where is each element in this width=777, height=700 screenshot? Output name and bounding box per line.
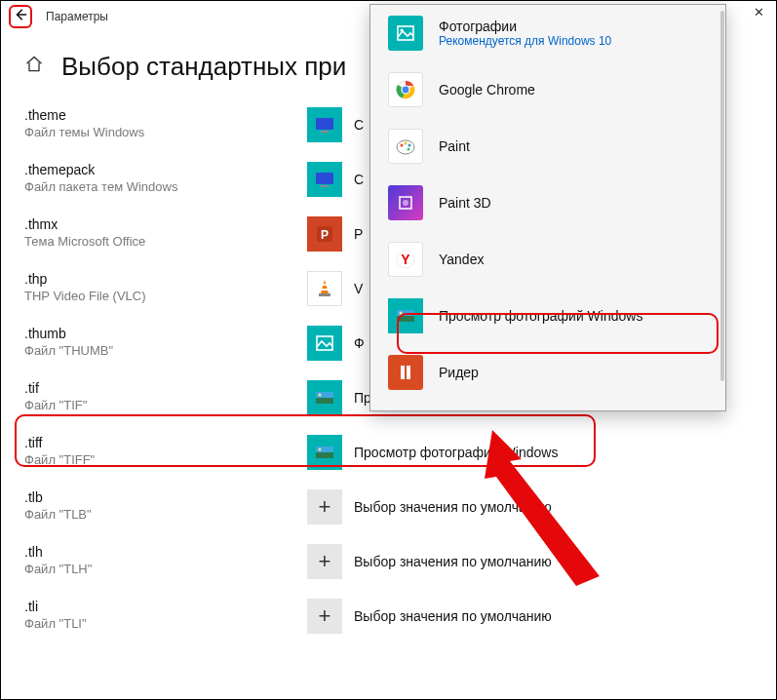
photoviewer-icon (307, 380, 342, 415)
plus-icon: + (307, 489, 342, 525)
assoc-app-button[interactable]: +Выбор значения по умолчанию (307, 544, 552, 579)
assoc-ext: .tlb (24, 489, 293, 505)
app-picker-name: Фотографии (439, 19, 611, 34)
svg-rect-0 (316, 118, 333, 130)
assoc-meta: .thmxТема Microsoft Office (24, 216, 293, 249)
assoc-app-label: Выбор значения по умолчанию (354, 554, 552, 569)
assoc-desc: Файл "TLB" (24, 507, 293, 522)
assoc-app-label: Выбор значения по умолчанию (354, 499, 552, 515)
assoc-app-label: Ф (354, 335, 365, 351)
assoc-app-button[interactable]: Просмотр фотографий Windows (307, 435, 558, 470)
app-picker-item[interactable]: Paint (370, 118, 725, 175)
app-picker-name: Yandex (439, 252, 484, 267)
assoc-meta: .themepackФайл пакета тем Windows (24, 162, 293, 194)
assoc-app-button[interactable]: С (307, 162, 364, 197)
app-picker-text: Yandex (439, 252, 484, 267)
assoc-ext: .tlh (24, 544, 293, 560)
monitor-icon (307, 107, 342, 142)
scrollbar[interactable] (720, 11, 724, 381)
app-picker-item[interactable]: Google Chrome (370, 61, 725, 118)
assoc-row: .tlhФайл "TLH"+Выбор значения по умолчан… (24, 534, 776, 589)
assoc-ext: .thmx (24, 216, 293, 232)
assoc-desc: Файл "TLH" (24, 562, 293, 576)
app-picker-item[interactable]: Просмотр фотографий Windows (370, 288, 725, 344)
app-picker-name: Ридер (439, 365, 479, 380)
assoc-app-button[interactable]: +Выбор значения по умолчанию (307, 489, 552, 525)
assoc-desc: Тема Microsoft Office (24, 234, 293, 249)
assoc-meta: .tifФайл "TIF" (24, 380, 293, 412)
assoc-meta: .tliФайл "TLI" (24, 599, 293, 631)
assoc-desc: Файл "THUMB" (24, 343, 293, 358)
svg-rect-3 (316, 173, 333, 184)
assoc-ext: .thp (24, 271, 293, 287)
reader-icon (388, 355, 423, 390)
app-picker-text: Ридер (439, 365, 479, 380)
app-picker-name: Paint 3D (439, 195, 491, 211)
page-title: Выбор стандартных при (61, 52, 346, 82)
svg-point-20 (401, 29, 404, 32)
svg-text:P: P (321, 228, 329, 242)
photo-blank-icon (307, 326, 342, 361)
svg-rect-37 (407, 366, 410, 379)
assoc-meta: .themeФайл темы Windows (24, 107, 293, 139)
assoc-app-label: Просмотр фотографий Windows (354, 445, 558, 460)
svg-rect-11 (319, 293, 330, 296)
assoc-desc: Файл "TIF" (24, 398, 293, 412)
svg-rect-14 (316, 398, 333, 404)
assoc-desc: Файл "TIFF" (24, 452, 293, 467)
svg-rect-2 (321, 131, 329, 133)
svg-point-35 (400, 312, 403, 315)
assoc-row: .tiffФайл "TIFF"Просмотр фотографий Wind… (24, 425, 776, 480)
assoc-app-label: С (354, 117, 364, 133)
assoc-desc: Файл пакета тем Windows (24, 179, 293, 194)
assoc-app-button[interactable]: V (307, 271, 363, 306)
plus-icon: + (307, 544, 342, 579)
app-picker-text: Google Chrome (439, 82, 535, 97)
svg-rect-36 (401, 366, 405, 379)
assoc-app-button[interactable]: Ф (307, 326, 365, 361)
assoc-ext: .thumb (24, 326, 293, 341)
svg-point-25 (401, 144, 404, 147)
app-picker-text: Paint 3D (439, 195, 491, 211)
assoc-row: .tliФайл "TLI"+Выбор значения по умолчан… (24, 589, 776, 643)
app-picker-text: Просмотр фотографий Windows (439, 308, 642, 324)
app-picker-item[interactable]: ФотографииРекомендуется для Windows 10 (370, 5, 725, 61)
app-picker-name: Google Chrome (439, 82, 535, 97)
close-button[interactable]: ✕ (747, 5, 770, 19)
svg-rect-9 (322, 284, 328, 286)
back-arrow-icon (14, 8, 27, 25)
assoc-meta: .tlbФайл "TLB" (24, 489, 293, 522)
assoc-meta: .thpTHP Video File (VLC) (24, 271, 293, 303)
assoc-app-button[interactable]: +Выбор значения по умолчанию (307, 599, 552, 634)
back-button[interactable] (9, 5, 32, 28)
assoc-ext: .theme (24, 107, 293, 123)
assoc-desc: Файл темы Windows (24, 125, 293, 139)
assoc-meta: .thumbФайл "THUMB" (24, 326, 293, 358)
vlc-icon (307, 271, 342, 306)
assoc-app-label: P (354, 226, 363, 242)
assoc-app-button[interactable]: PP (307, 216, 363, 252)
svg-point-28 (408, 148, 410, 151)
app-picker-item[interactable]: YYandex (370, 231, 725, 288)
app-picker-text: Paint (439, 138, 470, 154)
assoc-app-label: С (354, 172, 364, 187)
home-icon[interactable] (24, 55, 44, 79)
assoc-app-label: Выбор значения по умолчанию (354, 608, 552, 624)
svg-rect-10 (321, 289, 329, 291)
svg-marker-8 (321, 280, 329, 293)
app-picker-note: Рекомендуется для Windows 10 (439, 34, 611, 48)
photoviewer-icon (307, 435, 342, 470)
app-picker-item[interactable]: Paint 3D (370, 175, 725, 231)
assoc-app-button[interactable]: С (307, 107, 364, 142)
app-picker-text: ФотографииРекомендуется для Windows 10 (439, 19, 611, 48)
yandex-icon: Y (388, 242, 423, 277)
assoc-ext: .tli (24, 599, 293, 614)
svg-point-18 (319, 448, 322, 451)
svg-text:Y: Y (401, 252, 410, 267)
assoc-desc: THP Video File (VLC) (24, 289, 293, 303)
assoc-desc: Файл "TLI" (24, 616, 293, 631)
svg-point-30 (403, 200, 408, 206)
plus-icon: + (307, 599, 342, 634)
paint3d-icon (388, 185, 423, 220)
app-picker-item[interactable]: Ридер (370, 344, 725, 401)
